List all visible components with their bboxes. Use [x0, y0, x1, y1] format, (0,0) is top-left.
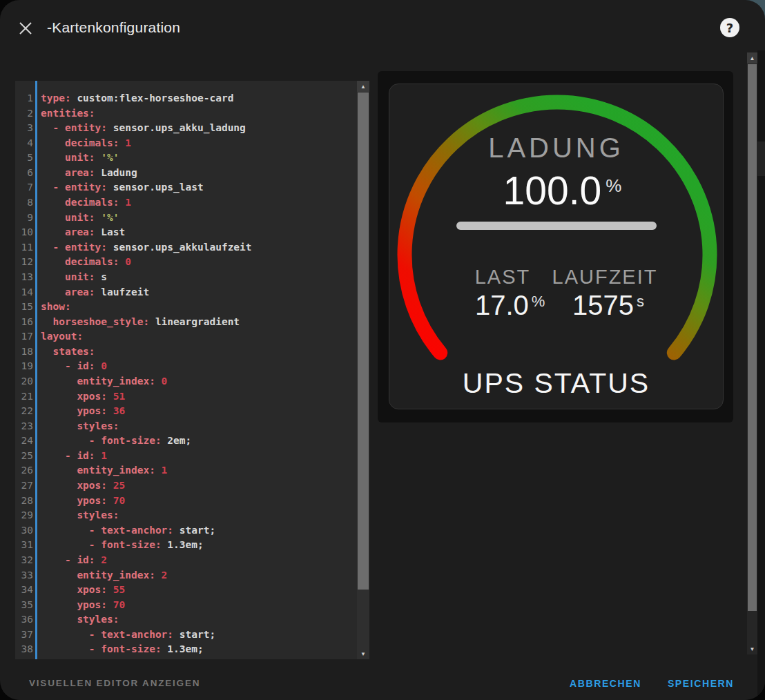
code-line: 27 xpos: 25 — [15, 478, 357, 494]
code-line: 11 - entity: sensor.ups_akkulaufzeit — [15, 240, 357, 255]
card-title: UPS STATUS — [389, 367, 723, 400]
line-number: 17 — [15, 329, 33, 344]
code-line: 34 xpos: 55 — [15, 583, 357, 598]
line-number: 34 — [15, 583, 33, 598]
line-number: 36 — [15, 612, 33, 628]
code-line: 6 area: Ladung — [15, 166, 357, 181]
code-line: 12 decimals: 0 — [15, 255, 357, 270]
code-line: 9 unit: '%' — [15, 211, 357, 226]
card-preview-pane: LADUNG 100.0 % LAST LAUFZEIT 17.0 % 1575… — [378, 71, 733, 422]
code-line: 32 - id: 2 — [15, 553, 357, 568]
line-number: 15 — [15, 300, 33, 315]
line-number: 32 — [15, 553, 33, 568]
code-line: 28 ypos: 70 — [15, 494, 357, 509]
line-number: 23 — [15, 419, 33, 434]
line-number: 8 — [15, 195, 33, 211]
code-line: 26 entity_index: 1 — [15, 463, 357, 478]
line-number: 6 — [15, 166, 33, 181]
editor-scrollbar-thumb[interactable] — [358, 93, 369, 590]
code-line: 19 - id: 0 — [15, 359, 357, 374]
close-icon[interactable] — [17, 20, 34, 37]
code-line: 8 decimals: 1 — [15, 195, 357, 211]
code-line: 14 area: laufzeit — [15, 285, 357, 300]
line-number: 29 — [15, 508, 33, 523]
code-line: 18 states: — [15, 344, 357, 360]
line-number: 1 — [15, 91, 33, 106]
secondary-value: 1575 s — [572, 291, 644, 319]
code-line: 17layout: — [15, 329, 357, 344]
code-content: 1type: custom:flex-horseshoe-card2entiti… — [15, 81, 357, 659]
line-number: 30 — [15, 523, 33, 538]
help-icon[interactable]: ? — [720, 18, 739, 37]
save-button[interactable]: SPEICHERN — [668, 678, 734, 689]
line-number: 25 — [15, 449, 33, 464]
editor-scrollbar[interactable]: ▲ ▼ — [357, 81, 369, 659]
line-number: 5 — [15, 150, 33, 166]
code-line: 21 xpos: 51 — [15, 389, 357, 405]
code-line: 5 unit: '%' — [15, 150, 357, 166]
code-line: 2entities: — [15, 106, 357, 121]
code-line: 29 styles: — [15, 508, 357, 523]
line-number: 22 — [15, 404, 33, 419]
line-number: 7 — [15, 180, 33, 195]
dialog-right-edge — [757, 50, 765, 700]
line-number: 27 — [15, 478, 33, 494]
dialog-scrollbar-thumb[interactable] — [748, 64, 757, 611]
main-unit: % — [606, 177, 621, 195]
code-line: 1type: custom:flex-horseshoe-card — [15, 91, 357, 106]
main-value: 100.0 — [503, 171, 602, 211]
code-line: 15show: — [15, 300, 357, 315]
gauge-main-value: 100.0 % — [396, 171, 724, 211]
secondary-value-unit: s — [637, 294, 644, 309]
line-number: 18 — [15, 344, 33, 360]
code-line: 16 horseshoe_style: lineargradient — [15, 315, 357, 330]
code-line: 4 decimals: 1 — [15, 136, 357, 151]
scroll-down-icon[interactable]: ▼ — [747, 643, 757, 654]
line-number: 16 — [15, 315, 33, 330]
scroll-up-icon[interactable]: ▲ — [357, 81, 369, 92]
secondary-value-unit: % — [532, 294, 545, 309]
code-line: 35 ypos: 70 — [15, 598, 357, 613]
secondary-value-number: 1575 — [572, 291, 634, 319]
line-number: 38 — [15, 642, 33, 657]
line-number: 20 — [15, 374, 33, 389]
line-number: 37 — [15, 628, 33, 643]
show-visual-editor-button[interactable]: VISUELLEN EDITOR ANZEIGEN — [29, 678, 200, 688]
line-number: 2 — [15, 106, 33, 121]
line-number: 10 — [15, 225, 33, 240]
footer-actions: ABBRECHEN SPEICHERN — [570, 678, 734, 689]
line-number: 31 — [15, 538, 33, 553]
line-number: 14 — [15, 285, 33, 300]
edge-patch — [757, 142, 765, 176]
gauge-area-label: LADUNG — [389, 133, 723, 164]
secondary-value-number: 17.0 — [475, 291, 529, 319]
line-number: 12 — [15, 255, 33, 270]
horseshoe-card-preview[interactable]: LADUNG 100.0 % LAST LAUFZEIT 17.0 % 1575… — [389, 84, 724, 409]
dialog-title: -Kartenkonfiguration — [47, 19, 180, 36]
line-number: 33 — [15, 568, 33, 583]
scroll-up-icon[interactable]: ▲ — [747, 52, 757, 64]
line-number: 4 — [15, 136, 33, 151]
code-line: 38 - font-size: 1.3em; — [15, 642, 357, 657]
line-number: 3 — [15, 121, 33, 136]
scroll-down-icon[interactable]: ▼ — [357, 648, 369, 659]
code-line: 20 entity_index: 0 — [15, 374, 357, 389]
cancel-button[interactable]: ABBRECHEN — [570, 678, 641, 689]
line-number: 19 — [15, 359, 33, 374]
yaml-editor[interactable]: 1type: custom:flex-horseshoe-card2entiti… — [15, 81, 369, 659]
secondary-area-label: LAST — [475, 266, 531, 289]
code-line: 33 entity_index: 2 — [15, 568, 357, 583]
code-line: 37 - text-anchor: start; — [15, 628, 357, 643]
dialog-scrollbar[interactable]: ▲ ▼ — [747, 52, 757, 654]
code-line: 22 ypos: 36 — [15, 404, 357, 419]
line-number: 13 — [15, 270, 33, 285]
secondary-value: 17.0 % — [475, 291, 545, 319]
code-line: 30 - text-anchor: start; — [15, 523, 357, 538]
code-line: 23 styles: — [15, 419, 357, 434]
code-line: 10 area: Last — [15, 225, 357, 240]
secondary-area-label: LAUFZEIT — [552, 266, 658, 289]
card-config-dialog: -Kartenkonfiguration ? 1type: custom:fle… — [0, 0, 765, 700]
line-number: 24 — [15, 434, 33, 449]
code-line: 13 unit: s — [15, 270, 357, 285]
code-line: 7 - entity: sensor.ups_last — [15, 180, 357, 195]
